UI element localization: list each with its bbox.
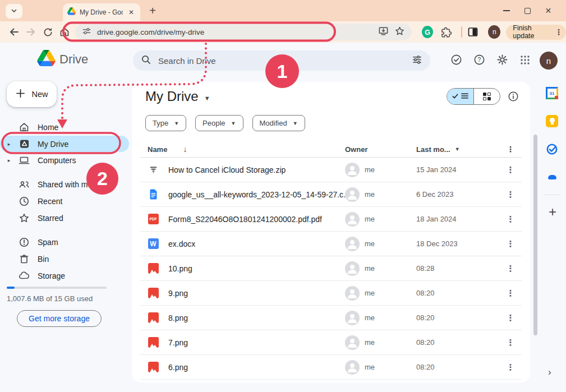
word-file-icon: W <box>148 238 159 250</box>
details-info-icon[interactable] <box>508 91 519 104</box>
finish-update-button[interactable]: Finish update ⋮ <box>506 25 566 40</box>
trash-icon <box>18 253 30 265</box>
image-file-icon <box>148 288 159 299</box>
back-icon[interactable] <box>6 24 22 40</box>
expand-arrow-icon[interactable]: ▸ <box>6 141 12 147</box>
side-panel-icon[interactable] <box>464 24 481 40</box>
sidebar-item-home[interactable]: Home <box>0 119 132 136</box>
image-file-icon <box>148 362 159 373</box>
table-row[interactable]: 10.png me 08:28 ⋮ <box>140 256 522 281</box>
sidebar-item-recent[interactable]: Recent <box>0 193 132 210</box>
forward-icon[interactable] <box>22 24 39 40</box>
pdf-file-icon: PDF <box>148 214 159 225</box>
add-apps-icon[interactable]: + <box>546 204 559 220</box>
new-button[interactable]: New <box>7 81 57 107</box>
sort-direction-icon[interactable]: ↓ <box>183 145 187 154</box>
sidebar-item-spam[interactable]: Spam <box>0 234 132 251</box>
chevron-down-icon: ▼ <box>293 121 298 126</box>
sidebar-item-label: My Drive <box>38 140 68 149</box>
bookmark-star-icon[interactable] <box>394 26 405 39</box>
owner-label: me <box>365 239 375 248</box>
help-icon[interactable]: ? <box>473 54 485 68</box>
owner-label: me <box>365 165 375 174</box>
home-icon[interactable] <box>56 24 73 40</box>
account-avatar[interactable]: n <box>540 52 558 70</box>
search-options-tune-icon[interactable] <box>412 54 422 67</box>
row-options-kebab-icon[interactable]: ⋮ <box>507 214 515 224</box>
tab-title: My Drive - Google Drive <box>80 8 123 16</box>
search-icon[interactable] <box>141 54 151 67</box>
modified-date: 08:20 <box>416 338 435 347</box>
contacts-app-icon[interactable] <box>545 170 559 184</box>
row-options-kebab-icon[interactable]: ⋮ <box>507 288 515 298</box>
settings-gear-icon[interactable] <box>496 54 508 68</box>
owner-avatar <box>345 187 360 202</box>
sidebar-item-my-drive[interactable]: ▸ My Drive <box>0 136 129 152</box>
cloud-icon <box>18 270 30 282</box>
new-tab-button[interactable]: + <box>146 4 159 17</box>
grid-view-button[interactable] <box>473 89 500 104</box>
modified-date: 08:20 <box>416 289 435 297</box>
site-settings-icon[interactable] <box>82 26 91 38</box>
table-row[interactable]: google_us__all-keywords_2023-12-05_14-59… <box>140 182 522 207</box>
filter-chip-type[interactable]: Type ▼ <box>145 115 186 131</box>
browser-tab[interactable]: My Drive - Google Drive ✕ <box>63 3 140 21</box>
filter-chip-people[interactable]: People ▼ <box>195 115 243 131</box>
sidebar-item-bin[interactable]: Bin <box>0 251 132 268</box>
row-options-kebab-icon[interactable]: ⋮ <box>507 362 515 372</box>
table-row[interactable]: PDF Form8_S22046O8O1801241200002.pdf.pdf… <box>140 207 522 232</box>
column-header-owner[interactable]: Owner <box>345 145 367 154</box>
browser-tab-strip: My Drive - Google Drive ✕ + ✕ <box>0 0 566 21</box>
browser-profile-avatar[interactable]: n <box>488 25 500 39</box>
file-name: 9.png <box>168 289 188 298</box>
modified-date: 08:20 <box>416 313 435 322</box>
offline-status-icon[interactable] <box>450 54 462 68</box>
tab-search-button[interactable] <box>6 4 22 19</box>
row-options-kebab-icon[interactable]: ⋮ <box>507 338 515 348</box>
window-close-icon[interactable]: ✕ <box>545 6 551 15</box>
install-app-icon[interactable] <box>378 26 389 39</box>
grid-view-icon <box>483 93 491 100</box>
grammarly-extension-icon[interactable]: G <box>422 26 433 38</box>
row-options-kebab-icon[interactable]: ⋮ <box>507 190 515 200</box>
url-text[interactable]: drive.google.com/drive/my-drive <box>97 28 372 36</box>
apps-grid-icon[interactable] <box>519 54 531 68</box>
window-minimize-icon[interactable] <box>503 10 510 11</box>
column-header-modified[interactable]: Last mo... <box>416 145 450 154</box>
window-maximize-icon[interactable] <box>524 8 531 14</box>
sidebar-item-storage[interactable]: Storage <box>0 268 132 284</box>
calendar-app-icon[interactable]: 31 <box>545 86 559 100</box>
tasks-app-icon[interactable] <box>545 142 559 156</box>
row-options-kebab-icon[interactable]: ⋮ <box>507 239 515 249</box>
row-options-kebab-icon[interactable]: ⋮ <box>507 313 515 323</box>
address-bar[interactable]: drive.google.com/drive/my-drive <box>75 24 412 40</box>
table-row[interactable]: 9.png me 08:20 ⋮ <box>140 281 522 306</box>
scrollbar[interactable] <box>533 135 537 335</box>
view-toggle <box>447 88 500 105</box>
tab-close-icon[interactable]: ✕ <box>127 8 136 16</box>
get-more-storage-button[interactable]: Get more storage <box>17 310 102 327</box>
browser-menu-kebab-icon[interactable]: ⋮ <box>555 27 563 36</box>
row-options-kebab-icon[interactable]: ⋮ <box>507 264 515 274</box>
row-options-kebab-icon[interactable]: ⋮ <box>507 165 515 175</box>
column-header-name[interactable]: Name <box>148 145 167 154</box>
keep-app-icon[interactable] <box>545 114 559 128</box>
table-row[interactable]: W ex.docx me 18 Dec 2023 ⋮ <box>140 232 522 256</box>
list-view-button[interactable] <box>447 89 473 104</box>
storage-progress-bar <box>7 287 107 289</box>
sidebar-item-label: Starred <box>38 214 63 223</box>
filter-chip-modified[interactable]: Modified ▼ <box>252 115 305 131</box>
reload-icon[interactable] <box>39 24 56 40</box>
drive-favicon-icon <box>67 7 76 17</box>
finish-update-label: Finish update <box>513 24 551 40</box>
table-row[interactable]: 6.png me 08:20 ⋮ <box>140 355 522 380</box>
table-row[interactable]: 8.png me 08:20 ⋮ <box>140 306 522 330</box>
extensions-puzzle-icon[interactable] <box>438 24 454 40</box>
table-row[interactable]: How to Cancel iCloud Storage.zip me 15 J… <box>140 158 522 182</box>
table-row[interactable]: 7.png me 08:20 ⋮ <box>140 330 522 355</box>
expand-arrow-icon[interactable]: ▸ <box>6 158 12 163</box>
title-dropdown-caret-icon[interactable]: ▼ <box>204 95 210 102</box>
show-side-panel-icon[interactable]: › <box>548 367 551 378</box>
sidebar-item-starred[interactable]: Starred <box>0 210 132 227</box>
column-options-kebab-icon[interactable]: ⋮ <box>507 145 514 154</box>
